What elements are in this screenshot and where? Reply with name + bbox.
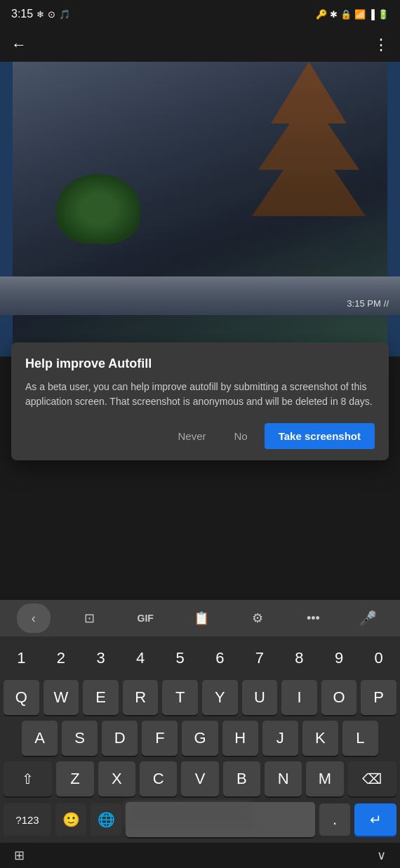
- key-0[interactable]: 0: [359, 641, 398, 676]
- key-i[interactable]: I: [281, 680, 317, 715]
- key-icon: 🔑: [316, 9, 327, 20]
- sticker-icon: ⊡: [84, 610, 95, 626]
- space-bar-content: [126, 802, 252, 827]
- settings-button[interactable]: ⚙: [241, 603, 274, 633]
- back-button[interactable]: ←: [11, 36, 27, 54]
- dialog-buttons: Never No Take screenshot: [25, 423, 375, 449]
- key-o[interactable]: O: [321, 680, 357, 715]
- enter-key[interactable]: ↵: [354, 803, 396, 836]
- key-1[interactable]: 1: [2, 641, 41, 676]
- key-p[interactable]: P: [361, 680, 396, 715]
- battery-icon: 🔋: [378, 9, 389, 20]
- shift-key[interactable]: ⇧: [4, 761, 52, 796]
- globe-key[interactable]: 🌐: [91, 803, 121, 836]
- status-right: 🔑 ✱ 🔒 📶 ▐ 🔋: [316, 9, 389, 20]
- key-8[interactable]: 8: [280, 641, 319, 676]
- gif-button[interactable]: GIF: [128, 603, 162, 633]
- status-left: 3:15 ❄ ⊙ 🎵: [11, 8, 70, 20]
- key-h[interactable]: H: [222, 721, 258, 756]
- delete-key[interactable]: ⌫: [348, 761, 396, 796]
- key-6[interactable]: 6: [201, 641, 239, 676]
- never-button[interactable]: Never: [167, 423, 218, 449]
- zxcv-row: ⇧ Z X C V B N M ⌫: [0, 759, 400, 799]
- key-y[interactable]: Y: [202, 680, 238, 715]
- keyboard-back-button[interactable]: ‹: [17, 603, 51, 633]
- microphone-icon: 🎤: [359, 610, 377, 627]
- key-e[interactable]: E: [83, 680, 119, 715]
- key-l[interactable]: L: [342, 721, 378, 756]
- emoji-icon: 🙂: [62, 811, 80, 828]
- number-row: 1 2 3 4 5 6 7 8 9 0: [0, 636, 400, 677]
- status-time: 3:15: [11, 8, 33, 20]
- lock-icon: 🔒: [340, 9, 352, 20]
- grid-button[interactable]: ⊞: [14, 848, 25, 863]
- ellipsis-icon: •••: [307, 611, 320, 626]
- asdf-row: A S D F G H J K L: [0, 718, 400, 759]
- key-b[interactable]: B: [223, 761, 260, 796]
- take-screenshot-button[interactable]: Take screenshot: [265, 423, 375, 449]
- autofill-dialog-overlay: Help improve Autofill As a beta user, yo…: [0, 342, 400, 460]
- key-x[interactable]: X: [98, 761, 135, 796]
- numeric-key[interactable]: ?123: [4, 803, 51, 836]
- key-q[interactable]: Q: [4, 680, 39, 715]
- key-u[interactable]: U: [242, 680, 278, 715]
- more-options-button[interactable]: ⋮: [373, 36, 389, 54]
- snowflake-icon: ❄: [36, 9, 44, 20]
- bluetooth-icon: ✱: [330, 9, 338, 20]
- spotify-icon: 🎵: [59, 9, 70, 20]
- key-m[interactable]: M: [306, 761, 343, 796]
- key-c[interactable]: C: [140, 761, 177, 796]
- key-s[interactable]: S: [62, 721, 98, 756]
- more-button[interactable]: •••: [296, 603, 330, 633]
- photo-timestamp: 3:15 PM //: [347, 298, 389, 309]
- garden-wood: [0, 276, 400, 315]
- keyboard: ‹ ⊡ GIF 📋 ⚙ ••• 🎤 1 2 3 4 5 6 7 8 9 0: [0, 600, 400, 843]
- key-5[interactable]: 5: [161, 641, 199, 676]
- emoji-key[interactable]: 🙂: [55, 803, 86, 836]
- chevron-left-icon: ‹: [32, 611, 36, 626]
- bottom-row: ?123 🙂 🌐 . ↵: [0, 799, 400, 843]
- key-4[interactable]: 4: [121, 641, 160, 676]
- key-g[interactable]: G: [182, 721, 218, 756]
- photo-area: 3:15 PM //: [0, 62, 400, 356]
- key-z[interactable]: Z: [56, 761, 93, 796]
- clipboard-button[interactable]: 📋: [185, 603, 218, 633]
- key-n[interactable]: N: [265, 761, 302, 796]
- enter-icon: ↵: [370, 811, 382, 828]
- gear-icon: ⚙: [252, 610, 263, 626]
- key-7[interactable]: 7: [241, 641, 279, 676]
- key-j[interactable]: J: [262, 721, 298, 756]
- chevron-down-button[interactable]: ∨: [377, 848, 386, 863]
- globe-icon: 🌐: [98, 811, 115, 828]
- key-2[interactable]: 2: [42, 641, 81, 676]
- sticker-button[interactable]: ⊡: [73, 603, 107, 633]
- key-9[interactable]: 9: [320, 641, 359, 676]
- key-r[interactable]: R: [123, 680, 159, 715]
- key-f[interactable]: F: [142, 721, 178, 756]
- key-3[interactable]: 3: [81, 641, 120, 676]
- numeric-label: ?123: [15, 814, 39, 826]
- garden-plant: [56, 174, 140, 244]
- dialog-title: Help improve Autofill: [25, 356, 375, 371]
- signal-icon: ▐: [368, 9, 375, 20]
- notification-icon: ⊙: [48, 9, 55, 20]
- period-key[interactable]: .: [319, 803, 350, 836]
- microphone-button[interactable]: 🎤: [352, 603, 383, 633]
- key-k[interactable]: K: [302, 721, 338, 756]
- key-v[interactable]: V: [181, 761, 218, 796]
- key-d[interactable]: D: [102, 721, 138, 756]
- key-w[interactable]: W: [44, 680, 79, 715]
- photo-background: 3:15 PM //: [0, 62, 400, 356]
- wifi-icon: 📶: [354, 9, 366, 20]
- no-button[interactable]: No: [223, 423, 259, 449]
- qwerty-row: Q W E R T Y U I O P: [0, 677, 400, 718]
- top-nav: ← ⋮: [0, 28, 400, 62]
- clipboard-icon: 📋: [194, 610, 209, 626]
- space-key[interactable]: [126, 802, 315, 837]
- dialog-body: As a beta user, you can help improve aut…: [25, 380, 375, 409]
- key-a[interactable]: A: [22, 721, 58, 756]
- key-t[interactable]: T: [162, 680, 198, 715]
- gif-label: GIF: [138, 613, 154, 624]
- system-bar: ⊞ ∨: [0, 843, 400, 868]
- garden-branches: [246, 62, 372, 216]
